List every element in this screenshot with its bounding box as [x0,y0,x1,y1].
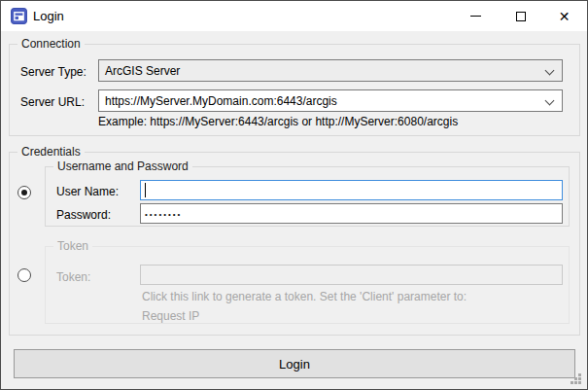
server-type-value: ArcGIS Server [105,64,180,78]
server-url-combobox[interactable]: https://MyServer.MyDomain.com:6443/arcgi… [98,89,563,112]
maximize-icon [516,12,526,21]
server-type-dropdown[interactable]: ArcGIS Server [98,59,563,82]
window-title: Login [33,9,64,23]
title-bar[interactable]: Login ✕ [1,1,587,31]
chevron-down-icon[interactable] [545,66,555,76]
server-url-value: https://MyServer.MyDomain.com:6443/arcgi… [105,94,337,108]
text-caret [145,183,146,197]
server-url-example: Example: https://MyServer:6443/arcgis or… [98,115,458,128]
credentials-group-label: Credentials [17,145,85,159]
login-dialog: Login ✕ Connection Server Type: ArcGIS S… [0,0,588,390]
username-password-radio[interactable] [17,186,31,199]
close-button[interactable]: ✕ [542,1,586,31]
connection-group-label: Connection [17,37,85,51]
token-input[interactable] [140,265,563,285]
user-name-label: User Name: [56,185,119,198]
server-url-label: Server URL: [20,95,85,109]
maximize-button[interactable] [499,1,542,31]
chevron-down-icon[interactable] [545,96,555,106]
login-button[interactable]: Login [14,349,575,378]
token-group: Token [45,246,570,324]
server-type-label: Server Type: [20,65,86,79]
token-group-label: Token [53,239,92,253]
request-ip-link[interactable]: Request IP [142,309,199,323]
password-input[interactable] [140,203,563,224]
token-radio[interactable] [17,268,31,282]
username-password-group-label: Username and Password [53,160,192,173]
token-help-text: Click this link to generate a token. Set… [142,290,467,303]
minimize-button[interactable] [454,1,498,31]
app-window-icon [11,8,27,24]
token-label: Token: [56,270,90,284]
close-icon: ✕ [559,10,571,23]
resize-grip-handle[interactable] [571,373,582,385]
user-name-input[interactable] [140,180,563,200]
minimize-icon [470,16,481,17]
password-label: Password: [56,208,111,222]
